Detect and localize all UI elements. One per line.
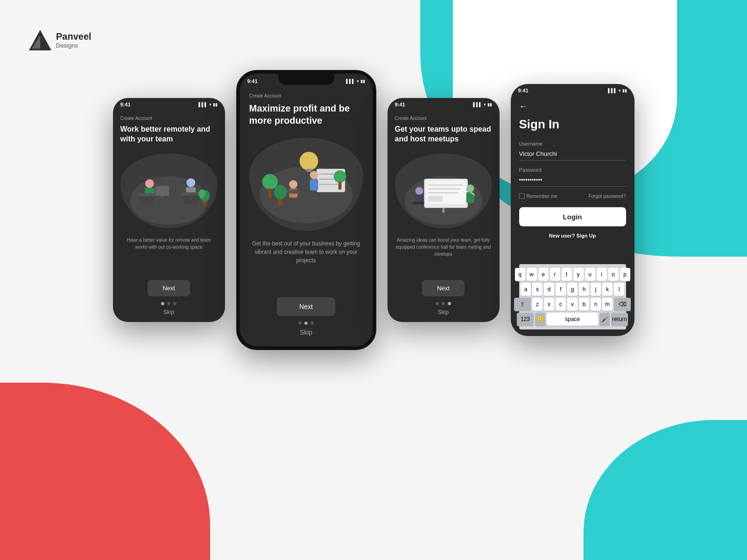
phone-4: 9:41 ▌▌▌ ▾ ▮▮ ← Sign In Username Passwor…	[511, 84, 634, 336]
svg-rect-41	[442, 208, 444, 212]
svg-rect-11	[181, 192, 201, 195]
kb-row-4: 123 🙂 space 🎤 return	[521, 313, 624, 326]
kb-p[interactable]: p	[620, 268, 630, 281]
phone-1-title: Work better remotely and with your team	[120, 125, 218, 144]
password-label: Password	[519, 167, 626, 173]
time-1: 9:41	[120, 102, 131, 107]
next-button-1[interactable]: Next	[148, 280, 190, 296]
svg-rect-8	[161, 196, 163, 198]
kb-y[interactable]: y	[573, 268, 584, 281]
back-button[interactable]: ←	[519, 102, 626, 112]
username-label: Username	[519, 141, 626, 147]
kb-space[interactable]: space	[547, 313, 598, 326]
time-3: 9:41	[395, 102, 405, 107]
kb-emoji[interactable]: 🙂	[535, 313, 545, 326]
svg-rect-40	[428, 196, 442, 201]
next-button-3[interactable]: Next	[422, 280, 465, 296]
kb-123[interactable]: 123	[517, 313, 534, 326]
kb-k[interactable]: k	[602, 283, 613, 296]
kb-z[interactable]: z	[532, 298, 543, 311]
logo-text: Panveel Designs	[56, 31, 92, 49]
notch-2	[278, 74, 334, 85]
kb-e[interactable]: e	[538, 268, 549, 281]
dots-3	[395, 302, 492, 305]
signin-title: Sign In	[519, 117, 626, 132]
create-account-label-3: Create Account	[395, 116, 492, 121]
phone-3: 9:41 ▌▌▌ ▾ ▮▮ Create Account Get your te…	[388, 98, 500, 322]
status-icons-3: ▌▌▌ ▾ ▮▮	[473, 102, 492, 107]
svg-rect-27	[284, 189, 300, 194]
phone-1: 9:41 ▌▌▌ ▾ ▮▮ Create Account Work better…	[113, 98, 225, 322]
next-button-2[interactable]: Next	[277, 297, 335, 316]
kb-s[interactable]: s	[532, 283, 543, 296]
logo-icon	[28, 28, 52, 52]
kb-mic[interactable]: 🎤	[599, 313, 610, 326]
username-input[interactable]	[519, 148, 626, 161]
kb-c[interactable]: c	[556, 298, 566, 311]
forgot-password-link[interactable]: Forgot password?	[588, 194, 626, 199]
kb-x[interactable]: x	[544, 298, 554, 311]
dot-3-3	[448, 302, 451, 305]
kb-g[interactable]: g	[567, 283, 578, 296]
svg-rect-33	[338, 182, 341, 189]
kb-f[interactable]: f	[556, 283, 566, 296]
keyboard: q w e r t y u i o p a s d f g h	[519, 264, 626, 329]
status-bar-3: 9:41 ▌▌▌ ▾ ▮▮	[388, 98, 500, 111]
dot-1-2	[167, 302, 170, 305]
bg-red-blob	[0, 383, 210, 560]
kb-w[interactable]: w	[527, 268, 537, 281]
kb-h[interactable]: h	[579, 283, 589, 296]
form-options-row: Remember me Forgot password?	[519, 193, 626, 199]
skip-3[interactable]: Skip	[395, 309, 492, 315]
signup-link[interactable]: Sign Up	[577, 233, 596, 238]
logo: Panveel Designs	[28, 28, 92, 52]
kb-delete[interactable]: ⌫	[614, 298, 631, 311]
kb-row-1: q w e r t y u i o p	[521, 268, 624, 281]
phones-container: 9:41 ▌▌▌ ▾ ▮▮ Create Account Work better…	[23, 70, 724, 350]
kb-u[interactable]: u	[585, 268, 595, 281]
illustration-1	[120, 154, 218, 228]
kb-return[interactable]: return	[611, 313, 628, 326]
skip-1[interactable]: Skip	[120, 309, 218, 315]
kb-v[interactable]: v	[567, 298, 578, 311]
kb-j[interactable]: j	[591, 283, 601, 296]
svg-point-15	[198, 189, 205, 198]
phone-1-desc: Have a better value for remote and team …	[120, 237, 218, 275]
kb-shift[interactable]: ⇧	[514, 298, 531, 311]
phone-3-desc: Amazing ideas can boost your team, get f…	[395, 237, 492, 275]
kb-o[interactable]: o	[608, 268, 619, 281]
kb-d[interactable]: d	[544, 283, 554, 296]
kb-q[interactable]: q	[515, 268, 525, 281]
kb-l[interactable]: l	[614, 283, 624, 296]
svg-rect-6	[140, 196, 154, 205]
kb-n[interactable]: n	[591, 298, 601, 311]
kb-i[interactable]: i	[597, 268, 607, 281]
signin-content: ← Sign In Username Password Remember me …	[511, 97, 634, 334]
status-bar-4: 9:41 ▌▌▌ ▾ ▮▮	[511, 84, 634, 97]
kb-t[interactable]: t	[562, 268, 572, 281]
svg-rect-44	[412, 201, 424, 204]
dot-3-1	[436, 302, 439, 305]
svg-point-23	[310, 171, 318, 179]
svg-point-9	[186, 178, 195, 187]
phone-1-content: Create Account Work better remotely and …	[113, 111, 225, 320]
dot-2-1	[298, 322, 302, 325]
illustration-3	[395, 154, 492, 228]
svg-point-32	[333, 170, 346, 183]
phone-2: 9:41 ▌▌▌ ▾ ▮▮ Create Account Maximize pr…	[236, 70, 376, 350]
password-input[interactable]	[519, 175, 626, 187]
skip-2[interactable]: Skip	[249, 329, 363, 336]
remember-checkbox[interactable]	[519, 193, 525, 199]
phone-3-content: Create Account Get your teams upto spead…	[388, 111, 500, 320]
kb-m[interactable]: m	[602, 298, 613, 311]
new-user-label: New user?	[549, 233, 575, 238]
svg-rect-18	[306, 169, 311, 172]
time-2: 9:41	[247, 78, 258, 84]
kb-r[interactable]: r	[550, 268, 560, 281]
kb-b[interactable]: b	[579, 298, 589, 311]
status-icons-4: ▌▌▌ ▾ ▮▮	[608, 88, 627, 93]
svg-point-25	[289, 180, 297, 189]
svg-point-3	[145, 179, 154, 188]
kb-a[interactable]: a	[521, 283, 531, 296]
login-button[interactable]: Login	[519, 207, 626, 226]
